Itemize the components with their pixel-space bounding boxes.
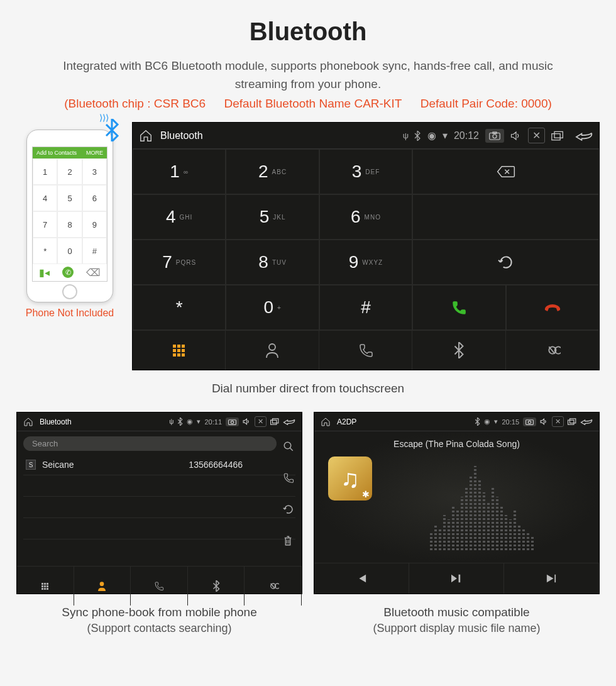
search-icon[interactable] [283,441,294,452]
key-4[interactable]: 4GHI [133,194,226,240]
key-2[interactable]: 2ABC [226,149,319,194]
music-note-icon: ♫ [328,456,372,501]
clock: 20:12 [454,130,479,141]
key-9[interactable]: 9WXYZ [319,240,412,285]
phone-mockup-column: ⟩⟩⟩ Add to Contacts MORE 123 456 789 *0#… [16,122,123,319]
home-icon[interactable] [139,129,153,143]
phone-caption: Phone Not Included [16,307,123,319]
dialpad-icon [41,583,48,590]
hangup-button[interactable] [506,285,599,330]
wifi-icon: ▾ [494,418,498,426]
back-icon[interactable] [283,418,295,425]
key-hash[interactable]: # [319,285,412,330]
contact-row[interactable]: S Seicane 13566664466 [23,455,295,475]
dialer-caption: Dial number direct from touchscreen [0,382,616,396]
nav-contacts[interactable] [226,331,319,370]
camera-icon[interactable] [485,129,504,143]
volume-icon[interactable] [243,418,251,425]
recent-apps-icon[interactable] [568,418,576,425]
music-screen: A2DP ◉ ▾ 20:15 ✕ Escape (The Pina Colada… [314,412,600,594]
nav-pair[interactable] [506,331,599,370]
volume-icon[interactable] [510,131,522,141]
spec-chip: (Bluetooth chip : CSR BC6 [64,97,206,110]
search-input[interactable]: Search [23,436,277,451]
play-pause-button[interactable] [409,563,504,594]
bluetooth-status-icon [475,418,480,426]
nav-contacts[interactable] [74,567,131,606]
svg-rect-14 [568,420,574,424]
key-3[interactable]: 3DEF [319,149,412,194]
close-icon[interactable]: ✕ [552,416,564,427]
back-icon[interactable] [575,131,593,141]
status-title: Bluetooth [40,418,72,426]
key-backspace[interactable] [412,149,599,194]
back-icon[interactable] [580,418,593,425]
svg-rect-8 [271,420,277,424]
status-title: A2DP [337,418,356,426]
key-star[interactable]: * [133,285,226,330]
key-7[interactable]: 7PQRS [133,240,226,285]
camera-icon[interactable] [523,418,536,426]
recent-apps-icon[interactable] [270,418,279,425]
status-title: Bluetooth [160,130,203,141]
prev-button[interactable] [314,563,409,594]
contact-row-empty [23,518,295,539]
key-8[interactable]: 8TUV [226,240,319,285]
phone-top-more: MORE [86,150,103,156]
svg-rect-0 [490,133,500,140]
nav-recents[interactable] [319,331,412,370]
phonebook-subcaption: (Support contacts searching) [16,622,302,635]
close-icon[interactable]: ✕ [528,128,545,143]
spec-code: Default Pair Code: 0000) [421,97,552,110]
home-icon[interactable] [23,417,33,427]
phone-home-button [62,284,77,299]
phone-mockup: ⟩⟩⟩ Add to Contacts MORE 123 456 789 *0#… [26,130,113,302]
close-icon[interactable]: ✕ [255,416,267,427]
video-icon: ▮◂ [39,267,50,279]
key-redial[interactable] [412,240,599,285]
nav-bluetooth[interactable] [412,331,505,370]
key-5[interactable]: 5JKL [226,194,319,240]
music-caption: Bluetooth music compatible [314,606,600,619]
phone-dialpad: 123 456 789 *0# [33,158,107,264]
nav-dialpad[interactable] [133,331,226,370]
recent-apps-icon[interactable] [551,131,564,141]
home-icon[interactable] [321,417,331,427]
contact-name: Seicane [42,460,74,470]
volume-icon[interactable] [540,418,548,425]
key-1[interactable]: 1∞ [133,149,226,194]
clock: 20:11 [204,418,222,426]
next-button[interactable] [504,563,599,594]
nav-recents[interactable] [131,567,188,606]
call-button[interactable] [412,285,505,330]
delete-icon[interactable] [283,535,294,546]
contact-row-empty [23,475,295,497]
camera-icon[interactable] [226,418,239,426]
dialpad: 1∞ 2ABC 3DEF 4GHI 5JKL 6MNO 7PQRS 8TUV 9… [133,149,599,330]
wifi-icon: ▾ [443,130,448,141]
spec-name: Default Bluetooth Name CAR-KIT [224,97,402,110]
key-6[interactable]: 6MNO [319,194,412,240]
phonebook-screen: Bluetooth ψ ◉ ▾ 20:11 ✕ Search S [16,412,302,594]
phonebook-caption: Sync phone-book from mobile phone [16,606,302,619]
statusbar: Bluetooth ψ ◉ ▾ 20:11 ✕ [17,412,302,431]
sync-icon[interactable] [283,504,294,515]
call-icon[interactable] [283,472,294,484]
key-0[interactable]: 0+ [226,285,319,330]
bottom-nav [133,330,599,370]
nav-bluetooth[interactable] [188,567,245,606]
page-specs: (Bluetooth chip : CSR BC6 Default Blueto… [0,97,616,122]
nav-pair[interactable] [245,567,302,606]
svg-point-5 [269,344,275,350]
statusbar: Bluetooth ψ ◉ ▾ 20:12 ✕ [133,123,599,149]
backspace-icon: ⌫ [86,267,101,279]
key-empty [412,194,599,240]
song-title: Escape (The Pina Colada Song) [393,439,520,449]
location-icon: ◉ [427,130,436,141]
bottom-nav [17,566,302,594]
usb-icon: ψ [403,131,409,140]
nav-dialpad[interactable] [17,567,74,606]
svg-rect-9 [273,419,278,423]
svg-point-10 [284,442,291,449]
statusbar: A2DP ◉ ▾ 20:15 ✕ [314,412,599,431]
